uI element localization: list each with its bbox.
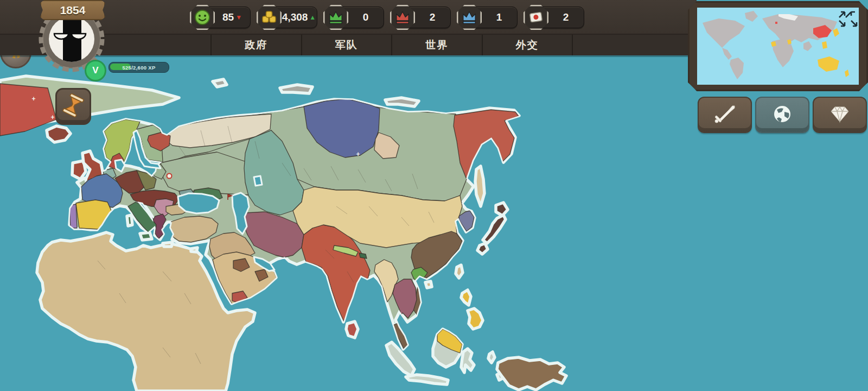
minimap[interactable] <box>688 1 868 91</box>
region-sardinia[interactable] <box>127 215 132 226</box>
resource-value: 1 <box>496 11 502 23</box>
tab-label: 政府 <box>245 38 267 52</box>
tab-label: 世界 <box>425 38 448 52</box>
region-bhutan[interactable] <box>359 253 367 258</box>
region-java[interactable] <box>406 375 448 384</box>
resource-value: 85 <box>222 11 234 23</box>
resource-crown-red[interactable]: 2 <box>390 5 451 30</box>
region-ceylon[interactable] <box>346 321 358 338</box>
resource-value: 2 <box>430 11 436 23</box>
xp-bar: 525/2,600 XP <box>108 62 169 73</box>
region-arctic-isles[interactable] <box>280 85 312 93</box>
region-new-guinea[interactable] <box>497 357 566 390</box>
tab-military[interactable]: 军队 <box>301 35 392 55</box>
trend-up-icon: ▲ <box>309 14 316 21</box>
region-crete[interactable] <box>163 242 173 247</box>
plus-marker-icon: + <box>50 113 54 121</box>
tab-world[interactable]: 世界 <box>391 35 482 55</box>
flag-icon <box>524 5 548 30</box>
crown-icon <box>390 5 415 30</box>
world-button[interactable] <box>755 97 809 133</box>
xp-label: 525/2,600 XP <box>109 62 169 72</box>
resource-value: 2 <box>563 11 569 23</box>
resource-crown-blue[interactable]: 1 <box>457 5 518 30</box>
crown-icon <box>457 5 482 30</box>
region-svalbard[interactable] <box>213 79 227 87</box>
avatar-right-eye <box>72 34 86 39</box>
region-luzon[interactable] <box>461 290 471 305</box>
avatar-left-eye <box>54 34 68 39</box>
diamond-icon <box>828 104 852 126</box>
region-na-red[interactable] <box>0 84 56 136</box>
region-arctic-isles[interactable] <box>385 98 419 106</box>
region-sulawesi[interactable] <box>461 349 474 373</box>
hourglass-icon <box>61 93 85 120</box>
resource-crown-green[interactable]: 0 <box>323 5 384 30</box>
region-japan[interactable] <box>477 243 488 254</box>
region-sicily[interactable] <box>140 232 152 240</box>
ring-marker-icon <box>167 174 172 179</box>
military-button[interactable] <box>698 97 752 133</box>
time-control-button[interactable] <box>55 88 91 125</box>
year-banner: 1854 <box>40 0 105 20</box>
plus-marker-icon: + <box>356 150 360 158</box>
globe-icon <box>771 103 793 127</box>
level-badge[interactable]: V <box>85 60 106 81</box>
region-japan[interactable] <box>483 215 506 243</box>
plus-marker-icon: + <box>31 95 35 103</box>
resource-happiness[interactable]: 85▼ <box>190 5 251 30</box>
region-spain[interactable] <box>76 200 112 229</box>
region-halmahera[interactable] <box>488 352 495 363</box>
region-mindanao[interactable] <box>468 308 483 329</box>
resource-gold[interactable]: 4,308▲ <box>257 5 317 30</box>
coins-icon <box>257 5 282 30</box>
crown-icon <box>323 5 348 30</box>
region-hainan[interactable] <box>425 281 432 288</box>
region-taiwan[interactable] <box>456 265 463 278</box>
region-sumatra[interactable] <box>386 342 414 376</box>
region-iceland[interactable] <box>47 126 71 142</box>
tab-government[interactable]: 政府 <box>210 35 301 55</box>
sword-icon <box>712 104 737 127</box>
tab-label: 外交 <box>516 38 539 52</box>
region-sakhalin[interactable] <box>475 166 484 206</box>
resource-pills: 85▼4,308▲0212 <box>190 5 584 30</box>
resource-treaty[interactable]: 2 <box>524 5 584 30</box>
region-cyprus[interactable] <box>191 248 197 252</box>
resource-value: 0 <box>363 11 369 23</box>
tab-diplomacy[interactable]: 外交 <box>482 35 573 55</box>
region-japan[interactable] <box>496 203 508 216</box>
resource-value: 4,308 <box>282 11 308 23</box>
trend-down-icon: ▼ <box>235 14 242 21</box>
minimap-europe-speck <box>775 22 777 24</box>
premium-button[interactable] <box>813 97 867 133</box>
tab-label: 军队 <box>335 38 358 52</box>
